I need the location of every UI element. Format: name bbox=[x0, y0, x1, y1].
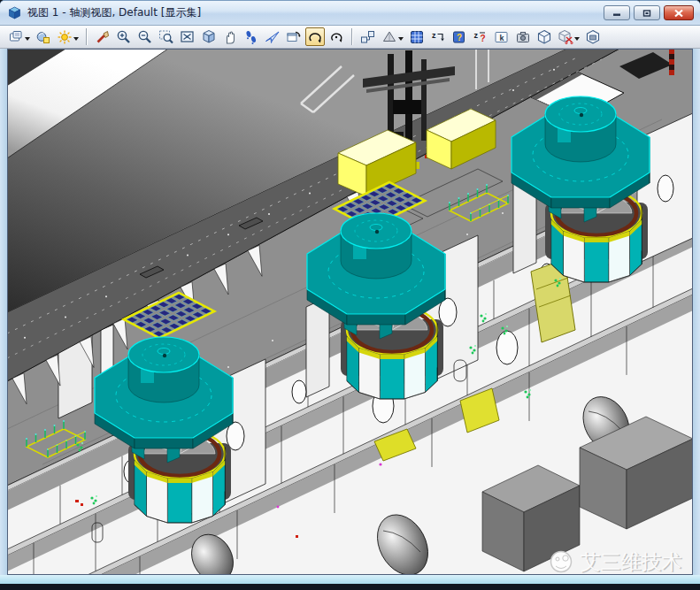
toolbar-button-fly[interactable] bbox=[263, 27, 282, 46]
toolbar-button-orbit[interactable] bbox=[305, 27, 325, 46]
zoom-window-icon bbox=[158, 29, 174, 45]
window-controls bbox=[604, 5, 694, 20]
toolbar-button-rotate-window[interactable] bbox=[284, 27, 304, 46]
walk-icon bbox=[243, 29, 259, 45]
dropdown-arrow-icon bbox=[25, 37, 30, 43]
window-border-right bbox=[693, 49, 700, 575]
panel-key-icon: k bbox=[494, 29, 510, 45]
toolbar-button-zoom-window[interactable] bbox=[157, 27, 176, 46]
toolbar-button-walk[interactable] bbox=[242, 27, 261, 46]
orbit-free-icon bbox=[328, 29, 344, 45]
z-query-icon: z? bbox=[473, 29, 488, 45]
app-window: 视图 1 - 轴测视图, Default [显示集] z?z?k bbox=[0, 0, 700, 590]
view-cube-icon bbox=[201, 29, 217, 45]
toolbar-button-cube-section[interactable] bbox=[583, 27, 603, 46]
zoom-out-icon bbox=[137, 29, 153, 45]
render-mode-icon bbox=[35, 29, 51, 45]
watermark-text: 艾三维技术 bbox=[581, 550, 682, 573]
lighting-icon bbox=[57, 29, 73, 45]
toolbar-button-render-mode[interactable] bbox=[34, 27, 53, 46]
toolbar: z?z?k bbox=[0, 26, 700, 49]
rotate-window-icon bbox=[286, 29, 302, 45]
display-set-icon bbox=[8, 29, 24, 45]
toolbar-button-display-set[interactable] bbox=[6, 27, 32, 46]
prism-icon bbox=[381, 29, 397, 45]
zoom-in-icon bbox=[116, 29, 132, 45]
dropdown-arrow-icon bbox=[73, 37, 79, 43]
toolbar-button-zoom-in[interactable] bbox=[114, 27, 134, 46]
app-cube-icon bbox=[8, 6, 21, 19]
svg-text:?: ? bbox=[481, 34, 486, 43]
viewport-3d-scene[interactable]: 艾三维技术 艾三维技术 bbox=[7, 49, 693, 575]
toolbar-button-z-query[interactable]: z? bbox=[471, 27, 490, 46]
toolbar-button-cube-outline[interactable] bbox=[535, 27, 554, 46]
toolbar-button-zoom-out[interactable] bbox=[135, 27, 155, 46]
viewport-3d[interactable]: 艾三维技术 艾三维技术 bbox=[7, 49, 693, 575]
minimize-button[interactable] bbox=[604, 5, 630, 20]
zoom-fit-icon bbox=[180, 29, 196, 45]
svg-text:z: z bbox=[474, 31, 479, 40]
toolbar-separator bbox=[351, 28, 353, 45]
cube-clip-icon bbox=[558, 29, 573, 45]
cube-section-icon bbox=[585, 29, 601, 45]
toolbar-button-grid-panel[interactable] bbox=[407, 27, 427, 46]
toolbar-button-lighting[interactable] bbox=[55, 27, 81, 46]
toolbar-button-refresh-view[interactable] bbox=[93, 27, 112, 46]
snapshot-icon bbox=[515, 29, 531, 45]
grid-panel-icon bbox=[409, 29, 425, 45]
svg-text:?: ? bbox=[457, 33, 462, 42]
toolbar-button-panel-key[interactable]: k bbox=[492, 27, 512, 46]
toolbar-button-prism[interactable] bbox=[380, 27, 405, 46]
close-button[interactable] bbox=[664, 5, 694, 20]
clip-link-icon bbox=[360, 29, 376, 45]
orbit-icon bbox=[307, 29, 323, 45]
restore-button[interactable] bbox=[634, 5, 660, 20]
striped-pole bbox=[669, 49, 674, 75]
toolbar-button-view-cube[interactable] bbox=[199, 27, 219, 46]
svg-text:z: z bbox=[432, 31, 436, 40]
refresh-view-icon bbox=[95, 29, 111, 45]
window-border-bottom bbox=[0, 575, 700, 584]
toolbar-button-snapshot[interactable] bbox=[513, 27, 533, 46]
cube-outline-icon bbox=[536, 29, 552, 45]
desktop-edge bbox=[0, 584, 700, 590]
toolbar-button-cube-clip[interactable] bbox=[556, 27, 581, 46]
toolbar-separator bbox=[86, 28, 88, 45]
window-title: 视图 1 - 轴测视图, Default [显示集] bbox=[27, 5, 604, 20]
z-order-icon: z bbox=[430, 29, 446, 45]
dropdown-arrow-icon bbox=[398, 37, 404, 43]
window-border-left bbox=[0, 49, 7, 575]
toolbar-button-orbit-free[interactable] bbox=[327, 27, 346, 46]
watermark-logo-icon bbox=[551, 552, 572, 572]
toolbar-button-zoom-fit[interactable] bbox=[178, 27, 197, 46]
panel-query-icon: ? bbox=[451, 29, 467, 45]
toolbar-button-z-order[interactable]: z bbox=[428, 27, 448, 46]
dropdown-arrow-icon bbox=[574, 37, 580, 43]
toolbar-button-pan[interactable] bbox=[220, 27, 240, 46]
toolbar-button-panel-query[interactable]: ? bbox=[450, 27, 469, 46]
pan-icon bbox=[222, 29, 238, 45]
toolbar-button-clip-link[interactable] bbox=[358, 27, 378, 46]
titlebar[interactable]: 视图 1 - 轴测视图, Default [显示集] bbox=[0, 1, 700, 26]
fly-icon bbox=[265, 29, 281, 45]
